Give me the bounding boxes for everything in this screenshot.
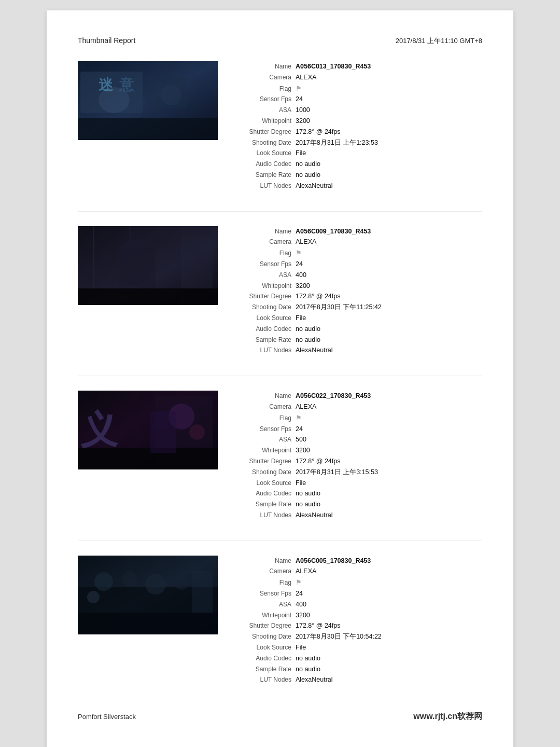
meta-row: ASA1000 (233, 105, 482, 116)
meta-row: Sample Rateno audio (233, 499, 482, 510)
page-title: Thumbnail Report (78, 36, 135, 45)
meta-label: ASA (233, 105, 296, 116)
meta-label: Whitepoint (233, 116, 296, 127)
clip-row-4: NameA056C005_170830_R453CameraALEXAFlag⚑… (78, 556, 482, 686)
meta-label: LUT Nodes (233, 675, 296, 685)
meta-value: 172.8° @ 24fps (296, 291, 341, 302)
meta-value: 24 (296, 259, 303, 270)
svg-rect-16 (78, 288, 218, 305)
meta-label: Audio Codec (233, 654, 296, 664)
meta-value: ALEXA (296, 402, 316, 412)
meta-label: Flag (233, 578, 296, 588)
meta-value: ⚑ (296, 247, 302, 259)
page-header: Thumbnail Report 2017/8/31 上午11:10 GMT+8 (78, 36, 482, 46)
meta-value: 24 (296, 424, 303, 435)
meta-value: 24 (296, 94, 303, 105)
thumbnail-3: 义 (78, 391, 218, 469)
meta-label: Shutter Degree (233, 457, 296, 467)
meta-value: ALEXA (296, 72, 316, 83)
meta-row: CameraALEXA (233, 237, 482, 247)
meta-value: 3200 (296, 610, 310, 621)
meta-value: 172.8° @ 24fps (296, 620, 341, 631)
svg-point-31 (145, 574, 166, 594)
meta-label: Camera (233, 73, 296, 83)
svg-text:义: 义 (80, 409, 119, 450)
meta-row: Shooting Date2017年8月31日 上午1:23:53 (233, 137, 482, 148)
meta-label: Whitepoint (233, 611, 296, 621)
meta-row: ASA400 (233, 599, 482, 610)
meta-row: Sample Rateno audio (233, 664, 482, 675)
meta-row: LUT NodesAlexaNeutral (233, 181, 482, 191)
meta-value: File (296, 642, 306, 653)
meta-row: Look SourceFile (233, 478, 482, 489)
meta-label: Sensor Fps (233, 589, 296, 599)
meta-label: Audio Codec (233, 324, 296, 335)
meta-label: Look Source (233, 313, 296, 324)
meta-value: 3200 (296, 116, 310, 127)
meta-row: Shooting Date2017年8月30日 下午11:25:42 (233, 302, 482, 313)
meta-row: LUT NodesAlexaNeutral (233, 345, 482, 356)
meta-value: 2017年8月30日 下午11:25:42 (296, 302, 382, 313)
meta-row: Look SourceFile (233, 148, 482, 159)
page-datetime: 2017/8/31 上午11:10 GMT+8 (396, 36, 482, 46)
meta-value: File (296, 148, 306, 159)
meta-row: Flag⚑ (233, 577, 482, 588)
meta-value: no audio (296, 664, 320, 675)
meta-label: Whitepoint (233, 281, 296, 292)
meta-row: Whitepoint3200 (233, 610, 482, 621)
meta-row: Shutter Degree172.8° @ 24fps (233, 127, 482, 137)
meta-label: ASA (233, 600, 296, 610)
meta-row: LUT NodesAlexaNeutral (233, 674, 482, 685)
meta-label: Camera (233, 566, 296, 577)
meta-value: no audio (296, 159, 320, 170)
meta-row: Look SourceFile (233, 313, 482, 324)
meta-row: ASA400 (233, 270, 482, 281)
meta-label: Name (233, 62, 296, 72)
meta-label: Sample Rate (233, 170, 296, 181)
meta-label: Shooting Date (233, 632, 296, 642)
svg-point-24 (189, 424, 205, 440)
meta-row: NameA056C013_170830_R453 (233, 61, 482, 72)
clip-row-3: 义 NameA056C022_170830_R453CameraALEXAFla… (78, 391, 482, 521)
meta-row: Flag⚑ (233, 83, 482, 94)
svg-point-35 (87, 591, 100, 603)
meta-label: Shutter Degree (233, 621, 296, 631)
flag-icon: ⚑ (296, 578, 302, 586)
meta-value: no audio (296, 653, 320, 664)
meta-value: A056C013_170830_R453 (296, 61, 371, 72)
svg-rect-17 (181, 237, 213, 288)
meta-value: ALEXA (296, 566, 316, 577)
page-footer: Pomfort Silverstack www.rjtj.cn软荐网 (78, 706, 482, 722)
meta-label: Sample Rate (233, 335, 296, 345)
meta-value: no audio (296, 499, 320, 510)
meta-row: CameraALEXA (233, 566, 482, 577)
meta-row: Sample Rateno audio (233, 335, 482, 345)
meta-label: ASA (233, 270, 296, 281)
meta-label: Camera (233, 402, 296, 412)
meta-row: Look SourceFile (233, 642, 482, 653)
meta-label: ASA (233, 435, 296, 445)
meta-row: Whitepoint3200 (233, 281, 482, 292)
meta-label: Name (233, 556, 296, 566)
svg-point-30 (122, 571, 137, 587)
meta-row: Sample Rateno audio (233, 170, 482, 181)
meta-value: AlexaNeutral (296, 345, 333, 356)
meta-value: 3200 (296, 281, 310, 292)
meta-label: Name (233, 227, 296, 237)
meta-label: LUT Nodes (233, 510, 296, 521)
meta-label: Look Source (233, 478, 296, 489)
meta-value: A056C009_170830_R453 (296, 226, 371, 237)
meta-label: Sample Rate (233, 665, 296, 675)
meta-label: LUT Nodes (233, 345, 296, 356)
meta-row: Sensor Fps24 (233, 259, 482, 270)
meta-label: Shooting Date (233, 138, 296, 148)
clip-row-1: 迷 意 NameA056C013_170830_R453CameraALEXAF… (78, 61, 482, 191)
meta-row: Shooting Date2017年8月30日 下午10:54:22 (233, 631, 482, 642)
metadata-2: NameA056C009_170830_R453CameraALEXAFlag⚑… (233, 226, 482, 356)
metadata-3: NameA056C022_170830_R453CameraALEXAFlag⚑… (233, 391, 482, 521)
meta-row: Whitepoint3200 (233, 116, 482, 127)
meta-value: no audio (296, 488, 320, 499)
meta-value: ⚑ (296, 577, 302, 588)
meta-row: Sensor Fps24 (233, 94, 482, 105)
svg-rect-33 (192, 571, 213, 613)
